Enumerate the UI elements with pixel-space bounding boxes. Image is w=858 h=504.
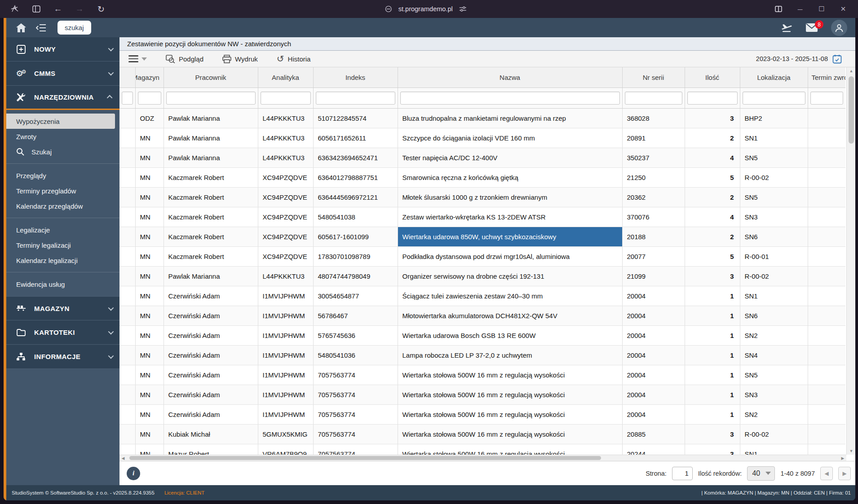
url-text[interactable]: st.programdemo.pl [398,5,453,13]
divider [6,218,119,218]
page-input[interactable] [672,467,693,480]
sidebar-item-przeglady[interactable]: Przeglądy [6,168,119,183]
filter-input-ilosc[interactable] [687,92,738,105]
column-header-analityka[interactable]: Analityka [258,67,313,88]
column-header-indeks[interactable]: Indeks [313,67,398,88]
sidebar-item-szukaj[interactable]: Szukaj [6,144,119,159]
filter-input-analityka[interactable] [261,92,311,105]
sidebar-toggle-icon[interactable] [31,4,41,14]
scroll-right-icon[interactable]: ▶ [839,455,846,461]
table-row[interactable]: MN Czerwiński Adam I1MVIJPHWM 7057563774… [119,385,845,404]
table-row[interactable]: MN Kaczmarek Robert XC94PZQDVE 605617-16… [119,227,845,246]
split-view-icon[interactable] [771,3,786,15]
filter-input-indeks[interactable] [316,92,395,105]
sidebar-item-zwroty[interactable]: Zwroty [6,129,119,144]
back-icon[interactable]: ← [53,4,63,14]
sidebar-section-informacje[interactable]: INFORMACJE [6,345,119,369]
prev-page-button[interactable]: ◀ [820,467,833,480]
refresh-icon[interactable]: ↻ [96,4,106,14]
filter-input-lokalizacja[interactable] [743,92,805,105]
column-header-pracownik[interactable]: Pracownik [164,67,258,88]
table-row[interactable]: MN Pawlak Marianna L44PKKKTU3 6363423694… [119,148,845,167]
sidebar-section-cmms[interactable]: ⚙⚙ CMMS [6,61,119,86]
history-icon: ↺ [277,54,284,63]
filter-row [119,88,845,108]
forward-icon[interactable]: → [75,4,84,14]
sidebar-section-narzedziownia[interactable]: NARZĘDZIOWNIA [6,86,119,110]
sidebar-item-terminy-przegladow[interactable]: Terminy przegladów [6,183,119,198]
vertical-scroll-thumb[interactable] [849,76,854,144]
table-row[interactable]: MN Kaczmarek Robert XC94PZQDVE 178307010… [119,246,845,266]
screen: ← → ↻ st.programdemo.pl ─ ☐ ✕ [0,0,858,504]
table-row[interactable]: MN Mazur Robert VR6AM7B9O9 7057563774 Wi… [119,444,845,455]
sidebar-item-kalendarz-legalizacji[interactable]: Kalendarz legalizacji [6,253,119,268]
scroll-up-icon[interactable]: ▲ [847,67,855,75]
history-button[interactable]: ↺ Historia [277,54,311,63]
table-row[interactable]: MN Czerwiński Adam I1MVIJPHWM 5765745636… [119,325,845,345]
vertical-scrollbar[interactable]: ▲ ▼ [846,67,855,455]
toolbar: Podgląd Wydruk ↺ Historia 2023-02-13 - 2… [119,51,855,67]
narzedziownia-submenu: Wypożyczenia Zwroty Szukaj Przeglądy Ter… [6,110,119,296]
plane-icon[interactable] [781,23,792,33]
date-range-control[interactable]: 2023-02-13 - 2025-11-08 [756,54,855,64]
table-row[interactable]: MN Czerwiński Adam I1MVIJPHWM 7057563774… [119,365,845,385]
sidebar-section-magazyn[interactable]: MAGAZYN [6,296,119,320]
column-header-sliver[interactable] [119,67,135,88]
sidebar-section-kartoteki[interactable]: KARTOTEKI [6,320,119,345]
mail-icon[interactable]: 8 [806,23,818,32]
print-button[interactable]: Wydruk [222,55,258,63]
column-header-termin-zwrotu[interactable]: Termin zwrotu [808,67,845,88]
horizontal-scroll-thumb[interactable] [129,456,601,460]
grid-menu-button[interactable] [128,55,147,62]
pagination-bar: i Strona: Ilość rekordów: 40 1-40 z 8097… [119,461,855,485]
table-row[interactable]: MN Pawlak Marianna L44PKKKTU3 4807474479… [119,266,845,286]
sidebar-item-ewidencja-uslug[interactable]: Ewidencja usług [6,276,119,292]
tune-icon[interactable] [459,5,467,13]
home-icon[interactable] [16,23,26,32]
next-page-button[interactable]: ▶ [838,467,851,480]
minimize-button[interactable]: ─ [792,3,808,15]
table-row[interactable]: MN Kaczmarek Robert XC94PZQDVE 548054103… [119,207,845,227]
scroll-left-icon[interactable]: ◀ [119,455,127,461]
search-button[interactable]: szukaj [57,21,91,35]
close-button[interactable]: ✕ [836,3,851,15]
filter-input-magazyn[interactable] [138,92,161,105]
filter-input-nr-serii[interactable] [625,92,682,105]
table-row[interactable]: MN Pawlak Marianna L44PKKKTU3 6056171652… [119,128,845,148]
table-row[interactable]: MN Kaczmarek Robert XC94PZQDVE 636444569… [119,187,845,207]
table-row[interactable]: MN Czerwiński Adam I1MVIJPHWM 7057563774… [119,404,845,424]
table-row[interactable]: MN Czerwiński Adam I1MVIJPHWM 3005465487… [119,286,845,306]
records-label: Ilość rekordów: [698,470,742,477]
sidebar-item-legalizacje[interactable]: Legalizacje [6,222,119,237]
column-header-nazwa[interactable]: Nazwa [398,67,622,88]
column-header-magazyn[interactable]: Magazyn [135,67,164,88]
horizontal-scrollbar[interactable]: ◀ ▶ [119,455,846,461]
user-avatar[interactable] [831,20,847,36]
column-header-ilosc[interactable]: Ilość [685,67,740,88]
filter-input-nazwa[interactable] [400,92,620,105]
maximize-button[interactable]: ☐ [814,3,829,15]
table-row[interactable]: MN Czerwiński Adam I1MVIJPHWM 56786467 M… [119,306,845,325]
sidebar-item-kalendarz-przegladow[interactable]: Kalendarz przeglądów [6,198,119,214]
preview-button[interactable]: Podgląd [166,55,203,63]
filter-input-termin[interactable] [810,92,843,105]
column-header-nr-serii[interactable]: Nr serii [622,67,685,88]
filter-input-pracownik[interactable] [166,92,256,105]
table-row[interactable]: ODZ Pawlak Marianna L44PKKKTU3 510712284… [119,108,845,128]
scroll-down-icon[interactable]: ▼ [847,447,855,455]
page-title-bar: Zestawienie pozycji dokumentów NW - zatw… [119,37,855,51]
sidebar-section-nowy[interactable]: NOWY [6,37,119,61]
table-row[interactable]: MN Kaczmarek Robert XC94PZQDVE 636401279… [119,167,845,187]
table-row[interactable]: MN Kubiak Michał 5GMUX5KMIG 7057563774 W… [119,424,845,444]
info-icon[interactable]: i [127,467,140,480]
table-row[interactable]: MN Czerwiński Adam I1MVIJPHWM 5480541036… [119,345,845,365]
collapse-menu-icon[interactable] [36,24,46,32]
column-header-lokalizacja[interactable]: Lokalizacja [740,67,808,88]
sidebar-item-terminy-legalizacji[interactable]: Terminy legalizacji [6,237,119,253]
app-window: szukaj 8 NOWY [4,18,855,500]
records-range: 1-40 z 8097 [780,470,815,477]
sidebar-item-wypozyczenia[interactable]: Wypożyczenia [6,114,115,129]
page-size-select[interactable]: 40 [747,466,775,481]
filter-input-sliver[interactable] [122,92,133,105]
license-text: Licencja: CLIENT [164,490,204,495]
